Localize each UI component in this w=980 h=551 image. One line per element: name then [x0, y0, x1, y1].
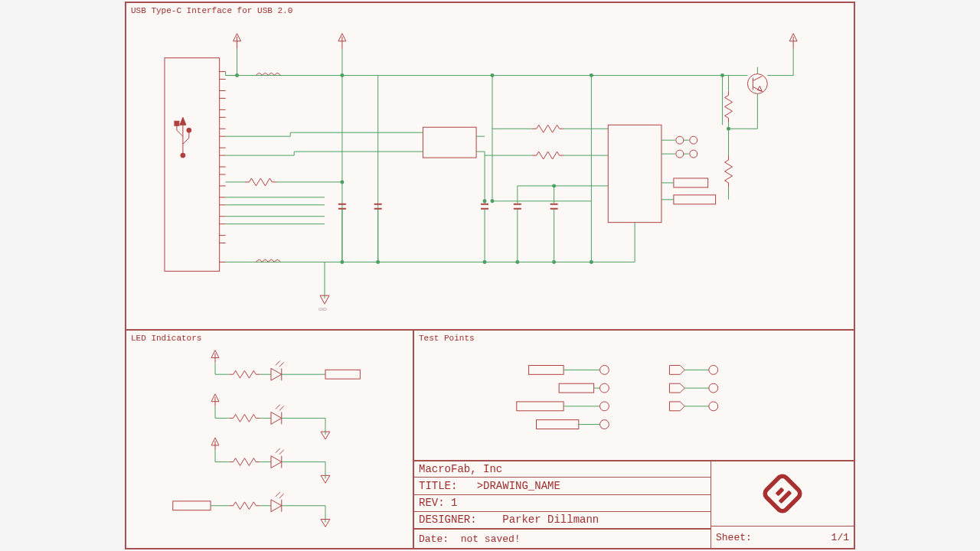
svg-rect-98 [173, 501, 211, 510]
sheet-cell: Sheet: 1/1 [711, 526, 854, 548]
svg-marker-3 [180, 117, 186, 125]
title-block: MacroFab, Inc TITLE: >DRAWING_NAME REV: … [413, 460, 854, 549]
section-test-points: Test Points [413, 330, 854, 461]
svg-point-55 [340, 180, 344, 184]
svg-point-66 [340, 260, 344, 264]
svg-point-67 [376, 260, 380, 264]
svg-point-72 [483, 199, 487, 203]
svg-marker-112 [669, 365, 684, 374]
rev-label: REV: [419, 497, 445, 509]
svg-rect-108 [517, 402, 564, 411]
schematic-testpoints [414, 331, 854, 461]
section-usb-interface: USB Type-C Interface for USB 2.0 [126, 2, 854, 330]
svg-point-2 [181, 153, 185, 158]
title-block-right: Sheet: 1/1 [711, 461, 854, 548]
schematic-sheet: USB Type-C Interface for USB 2.0 [125, 2, 855, 549]
bottom-row: Date: not saved! [414, 529, 711, 548]
svg-marker-93 [271, 456, 282, 468]
svg-marker-79 [271, 368, 282, 380]
svg-line-102 [279, 494, 284, 498]
svg-point-70 [552, 260, 556, 264]
svg-point-49 [747, 74, 767, 94]
logo-cell [711, 461, 854, 526]
title-row: TITLE: >DRAWING_NAME [414, 478, 711, 494]
company-row: MacroFab, Inc [414, 461, 711, 478]
svg-point-43 [676, 136, 684, 144]
svg-line-51 [753, 77, 762, 81]
designer-label: DESIGNER: [419, 514, 477, 526]
svg-point-36 [235, 73, 239, 77]
svg-line-81 [276, 360, 280, 365]
designer-value: Parker Dillmann [502, 514, 599, 526]
rev-row: REV: 1 [414, 495, 711, 512]
title-block-left: MacroFab, Inc TITLE: >DRAWING_NAME REV: … [414, 461, 711, 548]
svg-rect-47 [674, 178, 708, 187]
svg-rect-106 [559, 383, 593, 393]
svg-marker-53 [757, 86, 762, 91]
svg-text:GND: GND [318, 307, 327, 312]
svg-point-105 [600, 365, 609, 374]
schematic-leds [126, 331, 413, 548]
svg-rect-41 [423, 127, 476, 158]
company-name: MacroFab, Inc [419, 463, 502, 475]
svg-line-82 [279, 362, 284, 367]
svg-point-9 [187, 128, 191, 132]
svg-point-54 [727, 127, 730, 131]
svg-line-96 [279, 450, 284, 455]
svg-point-45 [676, 150, 684, 158]
svg-point-117 [709, 402, 718, 411]
svg-point-69 [515, 260, 519, 264]
sheet-value: 1/1 [831, 532, 849, 543]
svg-rect-118 [763, 474, 802, 513]
title-label: TITLE: [419, 480, 457, 492]
svg-marker-86 [271, 412, 282, 425]
svg-marker-99 [271, 500, 282, 512]
svg-rect-83 [325, 370, 360, 379]
svg-rect-6 [175, 121, 179, 126]
svg-line-7 [183, 138, 189, 144]
svg-point-113 [709, 365, 718, 374]
svg-rect-110 [537, 420, 579, 429]
svg-rect-42 [608, 125, 662, 222]
svg-point-74 [552, 184, 556, 187]
svg-point-68 [483, 260, 487, 264]
svg-point-73 [490, 199, 494, 203]
title-value: >DRAWING_NAME [477, 480, 560, 492]
svg-point-109 [600, 402, 609, 411]
svg-line-4 [177, 130, 183, 136]
svg-rect-48 [674, 195, 716, 204]
svg-point-111 [600, 420, 609, 429]
section-led-indicators: LED Indicators [126, 330, 413, 549]
rev-value: 1 [451, 497, 457, 509]
svg-line-101 [276, 492, 280, 497]
svg-marker-116 [669, 402, 684, 411]
date-cell: Date: not saved! [414, 530, 711, 548]
designer-row: DESIGNER: Parker Dillmann [414, 512, 711, 529]
svg-line-88 [276, 405, 280, 409]
svg-point-115 [709, 383, 718, 393]
svg-marker-114 [669, 383, 684, 393]
svg-rect-119 [776, 487, 785, 496]
sheet-label: Sheet: [716, 532, 752, 543]
svg-line-95 [276, 448, 280, 453]
schematic-main: GND [126, 3, 854, 329]
svg-rect-0 [165, 58, 220, 272]
svg-point-46 [690, 150, 697, 158]
svg-point-107 [600, 383, 609, 393]
macrofab-logo-icon [756, 471, 809, 517]
date-label: Date: [419, 533, 449, 545]
svg-line-89 [279, 406, 284, 411]
svg-rect-104 [529, 365, 564, 374]
date-value: not saved! [461, 533, 521, 545]
svg-point-44 [690, 136, 697, 144]
